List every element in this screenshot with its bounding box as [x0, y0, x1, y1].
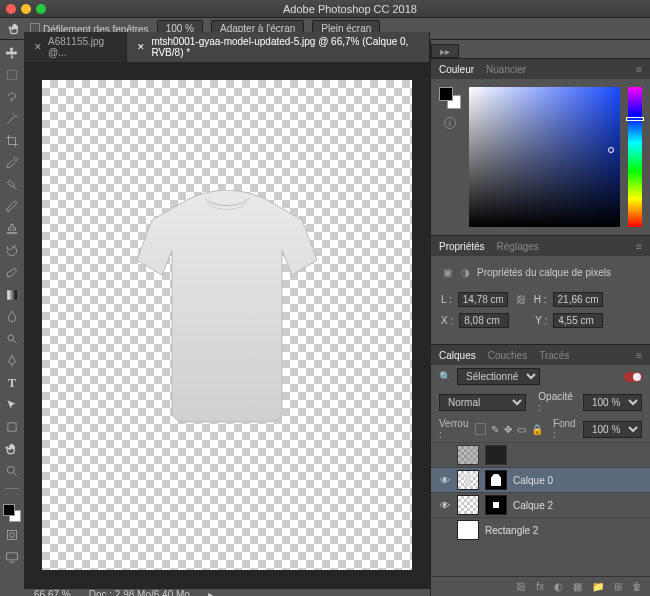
fx-icon[interactable]: fx	[536, 581, 544, 592]
window-controls	[6, 4, 46, 14]
paths-tab[interactable]: Tracés	[539, 350, 569, 361]
layer-name[interactable]: Calque 2	[513, 500, 553, 511]
mini-swatches[interactable]	[439, 87, 461, 109]
status-bar: 66,67 % Doc : 2,98 Mo/6,40 Mo ▸	[24, 588, 430, 596]
maximize-window-icon[interactable]	[36, 4, 46, 14]
info-icon[interactable]: i	[444, 117, 456, 129]
add-mask-icon[interactable]: ◐	[554, 581, 563, 592]
new-group-icon[interactable]: 📁	[592, 581, 604, 592]
panel-menu-icon[interactable]: ≡	[636, 64, 642, 75]
delete-layer-icon[interactable]: 🗑	[632, 581, 642, 592]
status-arrow-icon[interactable]: ▸	[208, 589, 213, 596]
lasso-tool-icon[interactable]	[3, 88, 21, 106]
picker-cursor	[608, 147, 614, 153]
layer-row[interactable]	[431, 442, 650, 467]
fill-select[interactable]: 100 %	[583, 421, 642, 438]
adjustment-layer-icon[interactable]: ▦	[573, 581, 582, 592]
wand-tool-icon[interactable]	[3, 110, 21, 128]
screenmode-icon[interactable]	[3, 548, 21, 566]
stamp-tool-icon[interactable]	[3, 220, 21, 238]
properties-title: Propriétés du calque de pixels	[477, 267, 611, 278]
blend-mode-select[interactable]: Normal	[439, 394, 526, 411]
app-title: Adobe Photoshop CC 2018	[56, 3, 644, 15]
panel-menu-icon[interactable]: ≡	[636, 241, 642, 252]
layer-row[interactable]: 👁 Calque 2	[431, 492, 650, 517]
gradient-tool-icon[interactable]	[3, 286, 21, 304]
layer-row[interactable]: 👁 Calque 0	[431, 467, 650, 492]
hand-tool-icon-2[interactable]	[3, 440, 21, 458]
path-tool-icon[interactable]	[3, 396, 21, 414]
crop-tool-icon[interactable]	[3, 132, 21, 150]
link-dimensions-icon[interactable]: ⛓	[514, 294, 528, 305]
eraser-tool-icon[interactable]	[3, 264, 21, 282]
hue-handle[interactable]	[626, 117, 644, 121]
lock-transparency-icon[interactable]	[475, 423, 486, 435]
color-tab[interactable]: Couleur	[439, 64, 474, 75]
opacity-label: Opacité :	[538, 391, 577, 413]
properties-tab[interactable]: Propriétés	[439, 241, 485, 252]
document-tab-1[interactable]: ✕ A681155.jpg @...	[24, 32, 127, 62]
height-field[interactable]	[553, 292, 603, 307]
layer-name[interactable]: Calque 0	[513, 475, 553, 486]
layer-thumb	[457, 520, 479, 540]
document-tab-2[interactable]: ✕ mtsh0001-gyaa-model-updated-5.jpg @ 66…	[127, 32, 430, 62]
properties-panel: Propriétés Réglages ≡ ▣ ◑ Propriétés du …	[431, 235, 650, 344]
layer-thumb	[457, 470, 479, 490]
heal-tool-icon[interactable]	[3, 176, 21, 194]
filter-icon[interactable]: 🔍	[439, 371, 451, 382]
blur-tool-icon[interactable]	[3, 308, 21, 326]
brush-tool-icon[interactable]	[3, 198, 21, 216]
hue-slider[interactable]	[628, 87, 642, 227]
minimize-window-icon[interactable]	[21, 4, 31, 14]
width-label: L :	[441, 294, 452, 305]
color-picker-field[interactable]	[469, 87, 620, 227]
x-field[interactable]	[459, 313, 509, 328]
panel-menu-icon[interactable]: ≡	[636, 350, 642, 361]
lock-label: Verrou :	[439, 418, 470, 440]
type-tool-icon[interactable]: T	[3, 374, 21, 392]
lock-artboard-icon[interactable]: ▭	[517, 424, 526, 435]
layer-filter-select[interactable]: Sélectionné	[457, 368, 540, 385]
shape-tool-icon[interactable]	[3, 418, 21, 436]
y-field[interactable]	[553, 313, 603, 328]
svg-rect-3	[8, 423, 16, 431]
layer-name[interactable]: Rectangle 2	[485, 525, 538, 536]
filter-toggle[interactable]	[624, 372, 642, 382]
mask-icon: ◑	[459, 266, 471, 278]
marquee-tool-icon[interactable]	[3, 66, 21, 84]
visibility-icon[interactable]: 👁	[439, 500, 451, 511]
lock-pixels-icon[interactable]: ✎	[491, 424, 499, 435]
width-field[interactable]	[458, 292, 508, 307]
foreground-color-swatch[interactable]	[3, 504, 15, 516]
eyedropper-tool-icon[interactable]	[3, 154, 21, 172]
canvas[interactable]	[42, 80, 412, 570]
opacity-select[interactable]: 100 %	[583, 394, 642, 411]
zoom-tool-icon[interactable]	[3, 462, 21, 480]
canvas-viewport[interactable]	[24, 62, 430, 588]
lock-all-icon[interactable]: 🔒	[531, 424, 543, 435]
visibility-icon[interactable]: 👁	[439, 475, 451, 486]
layer-row[interactable]: Rectangle 2	[431, 517, 650, 542]
swatches-tab[interactable]: Nuancier	[486, 64, 526, 75]
new-layer-icon[interactable]: ⊞	[614, 581, 622, 592]
link-layers-icon[interactable]: ⛓	[516, 581, 526, 592]
tab-label: A681155.jpg @...	[48, 36, 116, 58]
layers-tab[interactable]: Calques	[439, 350, 476, 361]
quickmask-icon[interactable]	[3, 526, 21, 544]
layers-footer: ⛓ fx ◐ ▦ 📁 ⊞ 🗑	[431, 576, 650, 596]
close-window-icon[interactable]	[6, 4, 16, 14]
move-tool-icon[interactable]	[3, 44, 21, 62]
history-brush-tool-icon[interactable]	[3, 242, 21, 260]
tshirt-image	[127, 190, 327, 430]
close-tab-icon[interactable]: ✕	[34, 42, 42, 52]
fg-swatch[interactable]	[439, 87, 453, 101]
color-swatches[interactable]	[3, 504, 21, 522]
pen-tool-icon[interactable]	[3, 352, 21, 370]
collapsed-panel-icon[interactable]: ▸▸	[431, 44, 459, 58]
hand-tool-icon[interactable]	[8, 22, 22, 36]
dodge-tool-icon[interactable]	[3, 330, 21, 348]
channels-tab[interactable]: Couches	[488, 350, 527, 361]
adjustments-tab[interactable]: Réglages	[497, 241, 539, 252]
close-tab-icon[interactable]: ✕	[137, 42, 145, 52]
lock-position-icon[interactable]: ✥	[504, 424, 512, 435]
